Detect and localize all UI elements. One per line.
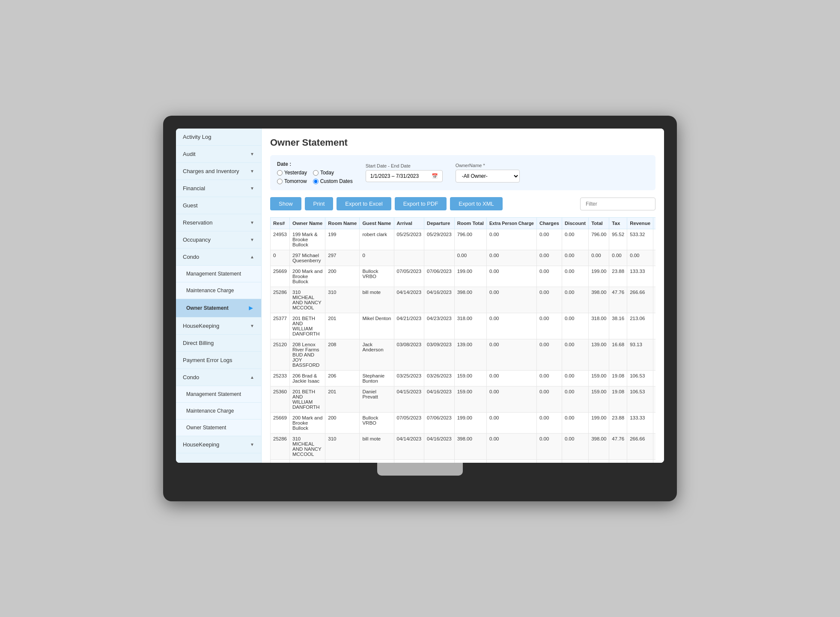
table-cell: 24953 — [271, 229, 290, 250]
table-cell: 25360 — [271, 386, 290, 413]
table-cell: 03/09/2023 — [424, 339, 455, 371]
print-button[interactable]: Print — [305, 197, 334, 210]
radio-yesterday-input[interactable] — [277, 170, 283, 176]
table-cell — [653, 313, 655, 339]
sidebar-item-mgmt-stmt2[interactable]: Management Statement — [176, 386, 261, 403]
table-cell: 318.00 — [589, 460, 609, 463]
table-cell: 398.00 — [454, 434, 486, 460]
table-cell: 201 — [325, 460, 360, 463]
sidebar-item-owner-stmt2[interactable]: Owner Statement — [176, 419, 261, 436]
table-cell: 05/29/2023 — [424, 229, 455, 250]
table-cell — [653, 413, 655, 434]
page-title: Owner Statement — [270, 137, 655, 148]
sidebar-item-housekeeping2[interactable]: HouseKeeping ▼ — [176, 436, 261, 453]
table-cell: 0.00 — [487, 287, 537, 313]
action-bar: Show Print Export to Excel Export to PDF… — [270, 197, 655, 210]
calendar-icon[interactable]: 📅 — [432, 173, 438, 179]
sidebar-item-maint-charge1[interactable]: Maintenance Charge — [176, 282, 261, 299]
sidebar-item-financial[interactable]: Financial ▼ — [176, 180, 261, 197]
table-cell: 159.00 — [454, 386, 486, 413]
table-cell: 19.08 — [609, 386, 627, 413]
filter-input[interactable] — [580, 198, 655, 210]
sidebar-item-housekeeping[interactable]: HouseKeeping ▼ — [176, 317, 261, 335]
sidebar-label-audit: Audit — [183, 151, 196, 157]
export-excel-button[interactable]: Export to Excel — [337, 197, 391, 210]
sidebar-item-condo1[interactable]: Condo ▲ — [176, 249, 261, 266]
table-cell: 159.00 — [589, 371, 609, 386]
sidebar-label-condo2: Condo — [183, 374, 199, 380]
table-cell: 199.00 — [589, 413, 609, 434]
table-cell: 0.00 — [487, 229, 537, 250]
col-total: Total — [589, 218, 609, 229]
table-cell: 03/26/2023 — [424, 371, 455, 386]
monitor-screen: Activity Log Audit ▼ Charges and Invento… — [176, 129, 664, 463]
sidebar-label-mgmt1: Management Statement — [186, 271, 241, 277]
table-cell: 206 Brad & Jackie Isaac — [289, 371, 325, 386]
sidebar-item-mgmt-stmt1[interactable]: Management Statement — [176, 266, 261, 282]
sidebar-item-guest[interactable]: Guest — [176, 197, 261, 214]
table-cell: 0.00 — [562, 229, 588, 250]
chevron-down-icon: ▼ — [250, 442, 254, 447]
sidebar-item-maint-charge2[interactable]: Maintenance Charge — [176, 403, 261, 419]
table-cell: 398.00 — [589, 287, 609, 313]
export-pdf-button[interactable]: Export to PDF — [395, 197, 447, 210]
table-cell — [424, 250, 455, 266]
table-cell: 0.00 — [487, 371, 537, 386]
sidebar-item-payment-error[interactable]: Payment Error Logs — [176, 352, 261, 369]
table-cell: 0.00 — [562, 250, 588, 266]
table-cell: 159.00 — [454, 371, 486, 386]
table-cell: 05/25/2023 — [394, 229, 424, 250]
table-cell: 0.00 — [562, 266, 588, 287]
sidebar-item-owner-stmt1[interactable]: Owner Statement ► — [176, 299, 261, 317]
table-cell: 04/16/2023 — [424, 434, 455, 460]
chevron-down-icon: ▼ — [250, 220, 254, 225]
sidebar-label-owner1: Owner Statement — [186, 305, 229, 311]
table-cell: 297 Michael Quesenberry — [289, 250, 325, 266]
table-cell: 200 — [325, 266, 360, 287]
table-row: 25669200 Mark and Brooke Bullock200Bullo… — [271, 266, 656, 287]
export-xml-button[interactable]: Export to XML — [450, 197, 502, 210]
owner-label: OwnerName * — [456, 163, 520, 168]
radio-custom-input[interactable] — [313, 179, 319, 184]
radio-tomorrow-input[interactable] — [277, 179, 283, 184]
table-cell — [394, 250, 424, 266]
sidebar-item-charges-inventory[interactable]: Charges and Inventory ▼ — [176, 163, 261, 180]
table-cell: 0.00 — [562, 434, 588, 460]
table-cell: 0.00 — [536, 460, 562, 463]
radio-today-input[interactable] — [313, 170, 319, 176]
table-cell: 297 — [325, 250, 360, 266]
table-cell: 25286 — [271, 434, 290, 460]
radio-today[interactable]: Today — [313, 170, 334, 176]
table-cell: 47.76 — [609, 287, 627, 313]
sidebar-item-audit[interactable]: Audit ▼ — [176, 146, 261, 163]
sidebar-item-condo2[interactable]: Condo ▲ — [176, 369, 261, 386]
table-cell: Stephanie Bunton — [360, 371, 394, 386]
radio-tomorrow[interactable]: Tomorrow — [277, 178, 307, 184]
table-cell: 199.00 — [589, 266, 609, 287]
table-cell: 04/16/2023 — [424, 386, 455, 413]
table-cell — [653, 460, 655, 463]
date-label: Date : — [277, 161, 353, 167]
radio-custom[interactable]: Custom Dates — [313, 178, 353, 184]
table-cell: robert clark — [360, 229, 394, 250]
col-res: Res# — [271, 218, 290, 229]
table-cell: 133.33 — [627, 413, 653, 434]
table-cell — [653, 339, 655, 371]
table-cell: 0.00 — [536, 434, 562, 460]
table-cell: 25377 — [271, 460, 290, 463]
owner-select[interactable]: -All Owner- — [456, 170, 520, 183]
table-cell: 201 — [325, 386, 360, 413]
sidebar-item-occupancy[interactable]: Occupancy ▼ — [176, 231, 261, 249]
table-cell: 0.00 — [536, 287, 562, 313]
table-cell: 139.00 — [454, 339, 486, 371]
date-range-input[interactable]: 1/1/2023 – 7/31/2023 📅 — [366, 170, 443, 182]
table-cell: 199.00 — [454, 413, 486, 434]
table-cell: 19.08 — [609, 371, 627, 386]
sidebar-item-activity-log[interactable]: Activity Log — [176, 129, 261, 146]
sidebar-item-direct-billing[interactable]: Direct Billing — [176, 335, 261, 352]
show-button[interactable]: Show — [270, 197, 301, 210]
radio-yesterday[interactable]: Yesterday — [277, 170, 307, 176]
sidebar-item-reservation[interactable]: Reservation ▼ — [176, 214, 261, 231]
sidebar: Activity Log Audit ▼ Charges and Invento… — [176, 129, 262, 463]
sidebar-label-charges: Charges and Inventory — [183, 168, 239, 174]
